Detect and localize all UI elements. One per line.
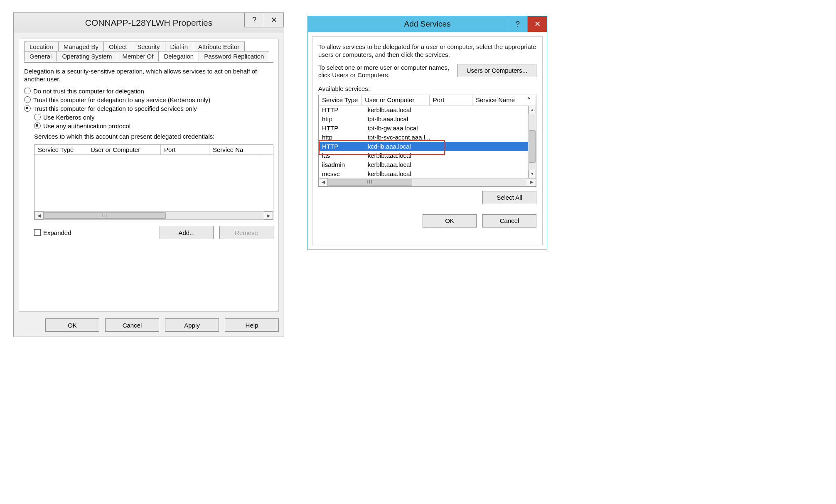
tab-location[interactable]: Location: [24, 42, 59, 51]
scroll-thumb[interactable]: III: [44, 212, 166, 219]
expanded-checkbox[interactable]: Expanded: [34, 229, 160, 236]
cell-uc: kcd-lb.aaa.local: [364, 142, 437, 151]
delegation-panel: Delegation is a security-sensitive opera…: [24, 62, 273, 306]
close-button[interactable]: ✕: [264, 13, 284, 27]
radio-any-auth-label: Use any authentication protocol: [43, 122, 130, 130]
cell-uc: kerblb.aaa.local: [364, 169, 437, 178]
services-label: Services to which this account can prese…: [34, 133, 273, 141]
properties-title-buttons: ? ✕: [244, 13, 284, 28]
hscroll-track[interactable]: III: [328, 178, 527, 186]
service-row[interactable]: httptpt-lb-svc-accnt.aaa.l...: [319, 133, 536, 142]
column-header[interactable]: User or Computer: [87, 145, 161, 154]
column-header[interactable]: Service Type: [319, 95, 361, 105]
delegated-services-hscroll[interactable]: ◀ III ▶: [34, 211, 273, 220]
service-row[interactable]: iaskerblb.aaa.local: [319, 151, 536, 160]
cell-port: [437, 124, 483, 133]
scroll-track[interactable]: III: [44, 211, 264, 220]
add-services-dialog: Add Services ? ✕ To allow services to be…: [307, 16, 547, 250]
service-row[interactable]: HTTPkcd-lb.aaa.local: [319, 142, 536, 151]
cell-port: [437, 169, 483, 178]
cell-type: HTTP: [319, 124, 364, 133]
cell-port: [437, 151, 483, 160]
tab-delegation[interactable]: Delegation: [158, 51, 199, 61]
scroll-left-icon[interactable]: ◀: [319, 178, 328, 186]
column-header[interactable]: Port: [430, 95, 472, 105]
service-row[interactable]: iisadminkerblb.aaa.local: [319, 160, 536, 169]
dialog-help-button[interactable]: Help: [225, 318, 279, 332]
available-services-body: HTTPkerblb.aaa.localhttptpt-lb.aaa.local…: [319, 105, 536, 178]
column-header[interactable]: Service Type: [34, 145, 87, 154]
close-icon: ✕: [534, 20, 541, 29]
available-services-vscroll[interactable]: ▲ ▼: [528, 106, 536, 178]
tab-security[interactable]: Security: [132, 42, 165, 51]
tab-general[interactable]: General: [24, 51, 57, 61]
properties-titlebar: CONNAPP-L28YLWH Properties ? ✕: [14, 13, 284, 33]
vscroll-track[interactable]: [529, 113, 536, 171]
properties-body: LocationManaged ByObjectSecurityDial-inA…: [19, 39, 279, 312]
tab-managed-by[interactable]: Managed By: [58, 42, 104, 51]
scroll-right-icon[interactable]: ▶: [264, 211, 273, 220]
column-header[interactable]: Service Name: [472, 95, 522, 105]
tab-attribute-editor[interactable]: Attribute Editor: [193, 42, 245, 51]
cell-uc: kerblb.aaa.local: [364, 160, 437, 169]
available-services-hscroll[interactable]: ◀ III ▶: [319, 178, 536, 186]
delegation-intro: Delegation is a security-sensitive opera…: [24, 68, 273, 83]
properties-dialog: CONNAPP-L28YLWH Properties ? ✕ LocationM…: [13, 12, 284, 337]
available-services-header: Service TypeUser or ComputerPortService …: [319, 95, 536, 105]
apply-button[interactable]: Apply: [165, 318, 219, 332]
radio-any-auth[interactable]: Use any authentication protocol: [34, 122, 273, 130]
cancel-button[interactable]: Cancel: [482, 214, 536, 228]
cancel-button[interactable]: Cancel: [105, 318, 159, 332]
tab-dial-in[interactable]: Dial-in: [165, 42, 194, 51]
cell-type: HTTP: [319, 142, 364, 151]
radio-trust-any[interactable]: Trust this computer for delegation to an…: [24, 96, 273, 103]
cell-type: HTTP: [319, 105, 364, 115]
radio-trust-any-label: Trust this computer for delegation to an…: [33, 96, 210, 103]
select-all-button[interactable]: Select All: [482, 191, 536, 204]
cell-uc: tpt-lb-svc-accnt.aaa.l...: [364, 133, 437, 142]
service-row[interactable]: HTTPtpt-lb-gw.aaa.local: [319, 124, 536, 133]
ok-button[interactable]: OK: [423, 214, 477, 228]
tab-operating-system[interactable]: Operating System: [57, 51, 117, 61]
hscroll-thumb[interactable]: III: [328, 179, 412, 186]
cell-type: http: [319, 133, 364, 142]
service-row[interactable]: HTTPkerblb.aaa.local: [319, 105, 536, 115]
add-services-body: To allow services to be delegated for a …: [312, 36, 543, 245]
sort-indicator-icon[interactable]: ˄: [522, 95, 536, 105]
tab-member-of[interactable]: Member Of: [117, 51, 159, 61]
available-services-list[interactable]: Service TypeUser or ComputerPortService …: [318, 95, 536, 187]
remove-button[interactable]: Remove: [219, 226, 273, 239]
column-header[interactable]: Port: [161, 145, 209, 154]
cell-port: [437, 142, 483, 151]
column-header[interactable]: User or Computer: [361, 95, 430, 105]
ok-button[interactable]: OK: [45, 318, 99, 332]
help-button[interactable]: ?: [244, 13, 264, 27]
radio-trust-specified[interactable]: Trust this computer for delegation to sp…: [24, 105, 273, 112]
scroll-right-icon[interactable]: ▶: [527, 178, 536, 186]
tab-password-replication[interactable]: Password Replication: [199, 51, 269, 61]
add-button[interactable]: Add...: [160, 226, 214, 239]
scroll-up-icon[interactable]: ▲: [529, 106, 536, 114]
radio-no-trust-label: Do not trust this computer for delegatio…: [33, 88, 144, 95]
radio-kerberos-only[interactable]: Use Kerberos only: [34, 114, 273, 121]
cell-type: http: [319, 115, 364, 124]
delegated-services-list[interactable]: Service TypeUser or ComputerPortService …: [34, 144, 273, 220]
column-header[interactable]: Service Na: [209, 145, 262, 154]
expanded-label: Expanded: [43, 229, 71, 236]
add-services-intro: To allow services to be delegated for a …: [318, 43, 536, 59]
service-row[interactable]: httptpt-lb.aaa.local: [319, 115, 536, 124]
cell-port: [437, 133, 483, 142]
help-button[interactable]: ?: [508, 16, 527, 32]
close-button[interactable]: ✕: [527, 16, 547, 32]
vscroll-thumb[interactable]: [529, 130, 536, 163]
scroll-left-icon[interactable]: ◀: [34, 211, 44, 220]
cell-port: [437, 105, 483, 115]
cell-port: [437, 115, 483, 124]
radio-no-trust[interactable]: Do not trust this computer for delegatio…: [24, 88, 273, 95]
service-row[interactable]: mcsvckerblb.aaa.local: [319, 169, 536, 178]
cell-type: mcsvc: [319, 169, 364, 178]
tab-object[interactable]: Object: [103, 42, 132, 51]
help-icon: ?: [252, 10, 256, 30]
users-or-computers-button[interactable]: Users or Computers...: [457, 64, 536, 77]
scroll-down-icon[interactable]: ▼: [529, 170, 536, 178]
